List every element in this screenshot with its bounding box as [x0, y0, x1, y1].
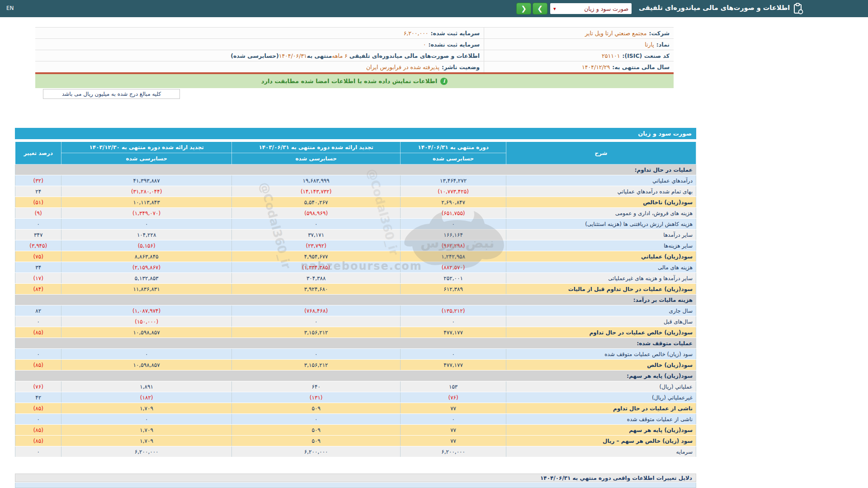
report-period-text: منتهی به [307, 52, 332, 59]
unregistered-capital-field: سرمایه ثبت نشده: ۰ [35, 39, 484, 50]
value-restated-halfyear: (۷۶۸,۴۶۸) [231, 305, 400, 316]
truncated-row [15, 483, 696, 488]
value-restated-yearend: (۱۸۲) [61, 392, 232, 403]
table-row: سایر درآمدها و هزینه های غیرعملیاتی۲۵۲,۰… [15, 273, 696, 284]
row-description: غیرعملیاتي (ریال) [506, 392, 696, 403]
value-restated-halfyear: ۵,۵۴۰,۲۶۷ [231, 197, 400, 208]
value-change-percent: (۸۵) [15, 436, 61, 446]
value-current-period: ۲,۶۹۰,۸۴۷ [401, 197, 506, 208]
value-current-period: ۰ [401, 414, 506, 425]
value-restated-yearend: ۶,۲۰۰,۰۰۰ [61, 446, 232, 457]
section-row: عملیات متوقف شده: [15, 338, 696, 349]
section-row: عملیات در حال تداوم: [15, 164, 696, 175]
value-restated-halfyear: ۵۰۹ [231, 436, 400, 446]
value-restated-halfyear: ۵۰۹ [231, 425, 400, 436]
value-current-period: (۷۶) [401, 392, 506, 403]
table-row: درآمدهاي عملياتي۱۳,۴۶۴,۲۷۲۱۹,۶۸۳,۹۹۹۴۱,۳… [15, 175, 696, 186]
value-current-period: ۰ [401, 219, 506, 230]
statement-type-dropdown[interactable]: صورت سود و زیان ▾ [550, 3, 632, 14]
value-change-percent: (۳۲) [15, 175, 61, 186]
column-subheader-audited: حسابرسی شده [61, 153, 232, 164]
row-description: سود(زيان) ناخالص [506, 197, 696, 208]
value-current-period: ۱۶۶,۱۶۴ [401, 230, 506, 240]
value-current-period: ۰ [401, 349, 506, 360]
value-change-percent: ۰ [15, 219, 61, 230]
value-restated-yearend: (۱۵۰,۰۰۰) [61, 316, 232, 327]
value-restated-halfyear: ۶۴۰ [231, 381, 400, 392]
nav-previous-button[interactable]: ❮ [516, 3, 531, 14]
value-change-percent: (۸۵) [15, 425, 61, 436]
table-row: ناشی از عملیات متوقف شده۰۰۰۰ [15, 414, 696, 425]
issuer-status-field: وضعیت ناشر: پذیرفته شده در فرابورس ایران [35, 61, 484, 72]
isic-value: ۲۵۱۱۰۱ [602, 52, 620, 59]
row-description: سود (زیان) خالص هر سهم – ریال [506, 436, 696, 446]
row-description: سایر درآمدها [506, 230, 696, 240]
field-label: سرمایه ثبت نشده: [428, 41, 480, 48]
value-restated-halfyear: ۰ [231, 414, 400, 425]
value-change-percent: (۷۵) [15, 251, 61, 262]
column-header-change-percent: درصد تغییر [15, 142, 61, 164]
value-restated-halfyear: ۰ [231, 219, 400, 230]
report-period-date: ۱۴۰۴/۰۶/۳۱ [279, 52, 307, 59]
row-description: سود(زيان) عملياتي [506, 251, 696, 262]
row-description: سود(زيان) خالص [506, 360, 696, 371]
row-description: هزینه کاهش ارزش دریافتنی ها (هزینه استثن… [506, 219, 696, 230]
value-change-percent: ۲۴ [15, 186, 61, 197]
value-current-period: ۷۷ [401, 425, 506, 436]
table-row: سال جاری(۱۳۵,۲۱۲)(۷۶۸,۴۶۸)(۱,۰۸۷,۹۷۴)۸۲ [15, 305, 696, 316]
section-label: سود(زیان) پایه هر سهم: [15, 371, 696, 381]
row-description: سال‌های قبل [506, 316, 696, 327]
fiscal-year-value: ۱۴۰۴/۱۲/۲۹ [582, 64, 610, 70]
value-change-percent: ۴۲ [15, 392, 61, 403]
column-header-description: شرح [506, 142, 696, 164]
value-restated-halfyear: (۱۳۱) [231, 392, 400, 403]
column-header-current-period: دوره منتهی به ۱۴۰۴/۰۶/۳۱ [401, 142, 506, 153]
row-description: ناشی از عملیات متوقف شده [506, 414, 696, 425]
value-restated-yearend: ۱۰۴,۲۲۸ [61, 230, 232, 240]
field-label: نماد: [656, 41, 670, 48]
clipboard-icon [792, 3, 804, 14]
value-restated-yearend: (۵,۱۵۶) [61, 240, 232, 251]
language-toggle-en[interactable]: EN [6, 5, 14, 11]
table-row: سرمایه۶,۲۰۰,۰۰۰۶,۲۰۰,۰۰۰۶,۲۰۰,۰۰۰۰ [15, 446, 696, 457]
table-row: سود (زیان) خالص عملیات متوقف شده۰۰۰۰ [15, 349, 696, 360]
chevron-right-icon: ❯ [537, 5, 543, 13]
value-current-period: ۷۷ [401, 436, 506, 446]
value-restated-yearend: ۴۱,۳۹۳,۸۸۷ [61, 175, 232, 186]
value-restated-yearend: ۱۰,۵۹۸,۸۵۷ [61, 360, 232, 371]
value-change-percent: (۷۶) [15, 381, 61, 392]
row-description: سود(زيان) خالص عملیات در حال تداوم [506, 327, 696, 338]
value-current-period: ۲۵۲,۰۰۱ [401, 273, 506, 284]
table-row: سود(زيان) عملياتي۱,۲۴۲,۹۵۸۴,۹۵۴,۶۷۷۸,۸۶۳… [15, 251, 696, 262]
profit-loss-table: شرح دوره منتهی به ۱۴۰۴/۰۶/۳۱ تجدید ارائه… [15, 141, 696, 457]
value-restated-yearend: ۵,۱۳۲,۸۵۳ [61, 273, 232, 284]
table-row: بهای تمام شده درآمدهاي عملياتي(۱۰,۷۷۳,۴۲… [15, 186, 696, 197]
value-restated-halfyear: ۳,۱۵۶,۲۱۲ [231, 327, 400, 338]
value-restated-halfyear: ۰ [231, 349, 400, 360]
field-label: وضعیت ناشر: [442, 64, 480, 70]
value-current-period: ۱۵۳ [401, 381, 506, 392]
value-current-period: ۴۷۷,۱۷۷ [401, 360, 506, 371]
section-label: عملیات در حال تداوم: [15, 164, 696, 175]
section-row: سود(زیان) پایه هر سهم: [15, 371, 696, 381]
value-change-percent: ۳۴ [15, 262, 61, 273]
report-period-field: اطلاعات و صورت‌های مالی میاندوره‌ای تلفی… [35, 50, 484, 61]
page-title: اطلاعات و صورت‌های مالی میاندوره‌ای تلفی… [639, 4, 790, 11]
isic-field: کد صنعت (ISIC): ۲۵۱۱۰۱ [484, 50, 674, 61]
chevron-left-icon: ❮ [521, 5, 527, 13]
value-restated-yearend: ۰ [61, 219, 232, 230]
nav-next-button[interactable]: ❯ [533, 3, 547, 14]
row-description: سود(زيان) عملیات در حال تداوم قبل از مال… [506, 284, 696, 295]
value-change-percent: (۸۴) [15, 284, 61, 295]
row-description: سال جاری [506, 305, 696, 316]
table-header: شرح دوره منتهی به ۱۴۰۴/۰۶/۳۱ تجدید ارائه… [15, 142, 696, 164]
value-restated-yearend: ۱۰,۱۱۳,۸۴۳ [61, 197, 232, 208]
value-restated-halfyear: (۵۹۸,۹۶۹) [231, 208, 400, 219]
info-row: شرکت: مجتمع صنعتي ارتا ويل تاير سرمایه ث… [35, 28, 674, 39]
value-restated-yearend: ۱,۷۰۹ [61, 403, 232, 414]
row-description: سود(زیان) پایه هر سهم [506, 425, 696, 436]
value-change-percent: ۳۴۷ [15, 230, 61, 240]
table-row: سال‌های قبل۰۰(۱۵۰,۰۰۰)۰ [15, 316, 696, 327]
value-restated-halfyear: ۳,۹۲۴,۶۸۰ [231, 284, 400, 295]
row-description: ناشی از عملیات در حال تداوم [506, 403, 696, 414]
